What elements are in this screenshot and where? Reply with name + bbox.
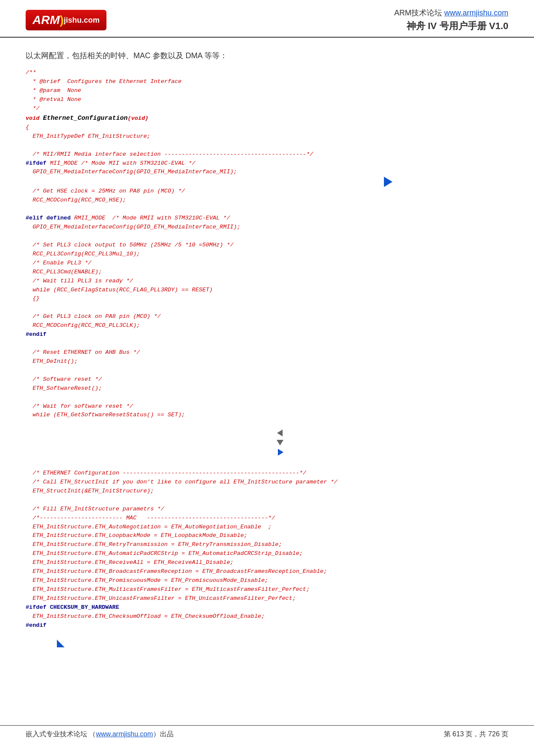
scroll-arrows-line xyxy=(26,421,508,468)
logo-arm-text: ARM xyxy=(32,13,60,27)
code-line: /** xyxy=(26,68,508,77)
code-line: { xyxy=(26,123,508,132)
arrow-right-icon xyxy=(278,449,283,456)
code-line xyxy=(26,141,508,150)
footer-left-end: ）出品 xyxy=(153,730,174,738)
site-url-line: ARM技术论坛 www.armjishu.com xyxy=(394,8,508,18)
code-line: /* Get HSE clock = 25MHz on PA8 pin (MCO… xyxy=(26,187,508,196)
page: ARM)jishu.com ARM技术论坛 www.armjishu.com 神… xyxy=(0,0,534,756)
header: ARM)jishu.com ARM技术论坛 www.armjishu.com 神… xyxy=(0,0,534,38)
logo-container: ARM)jishu.com xyxy=(26,10,106,30)
footer: 嵌入式专业技术论坛 （www.armjishu.com）出品 第 613 页，共… xyxy=(0,725,534,743)
code-line: RCC_PLL3Cmd(ENABLE); xyxy=(26,268,508,277)
arrow-left-icon xyxy=(277,430,283,436)
code-line: /* Enable PLL3 */ xyxy=(26,259,508,268)
code-line: ETH_InitStructure.ETH_PromiscuousMode = … xyxy=(26,576,508,585)
code-line: #endif xyxy=(26,621,508,630)
code-line: /* Fill ETH_InitStructure parametrs */ xyxy=(26,505,508,514)
code-line: ETH_InitStructure.ETH_AutomaticPadCRCStr… xyxy=(26,549,508,558)
code-line xyxy=(26,366,508,375)
code-line xyxy=(26,339,508,348)
code-line: /* Reset ETHERNET on AHB Bus */ xyxy=(26,348,508,357)
code-line: ETH_InitStructure.ETH_RetryTransmission … xyxy=(26,540,508,549)
site-url-link[interactable]: www.armjishu.com xyxy=(444,9,508,17)
code-line: while (RCC_GetFlagStatus(RCC_FLAG_PLL3RD… xyxy=(26,286,508,295)
code-block: /** * @brief Configures the Ethernet Int… xyxy=(26,68,508,660)
bottom-arrow-line xyxy=(26,631,508,660)
footer-left: 嵌入式专业技术论坛 （www.armjishu.com）出品 xyxy=(26,730,174,739)
code-line: RCC_MCOConfig(RCC_MCO_HSE); xyxy=(26,196,508,205)
code-line xyxy=(26,205,508,214)
code-line: void Ethernet_Configuration(void) xyxy=(26,113,508,123)
code-line: /* Call ETH_StructInit if you don't like… xyxy=(26,478,508,487)
book-title: 神舟 IV 号用户手册 V1.0 xyxy=(394,20,508,33)
logo-paren: ) xyxy=(60,13,64,27)
code-line: GPIO_ETH_MediaInterfaceConfig(GPIO_ETH_M… xyxy=(26,223,508,232)
code-line: ETH_InitStructure.ETH_MulticastFramesFil… xyxy=(26,585,508,594)
footer-left-text: 嵌入式专业技术论坛 （ xyxy=(26,730,96,738)
code-line: while (ETH_GetSoftwareResetStatus() == S… xyxy=(26,411,508,420)
code-line: #ifdef CHECKSUM_BY_HARDWARE xyxy=(26,603,508,612)
code-line: ETH_InitStructure.ETH_BroadcastFramesRec… xyxy=(26,567,508,576)
intro-text: 以太网配置，包括相关的时钟、MAC 参数以及 DMA 等等： xyxy=(26,50,508,61)
code-line: ETH_StructInit(&ETH_InitStructure); xyxy=(26,487,508,496)
code-line: ETH_InitStructure.ETH_UnicastFramesFilte… xyxy=(26,594,508,603)
code-line: /* Get PLL3 clock on PA8 pin (MCO) */ xyxy=(26,312,508,321)
code-line: ETH_InitStructure.ETH_LoopbackMode = ETH… xyxy=(26,531,508,540)
header-right: ARM技术论坛 www.armjishu.com 神舟 IV 号用户手册 V1.… xyxy=(394,8,508,33)
code-line xyxy=(26,232,508,241)
footer-right: 第 613 页，共 726 页 xyxy=(444,730,508,739)
code-line: #elif defined RMII_MODE /* Mode RMII wit… xyxy=(26,214,508,223)
code-line: /* ETHERNET Configuration --------------… xyxy=(26,469,508,478)
logo-jishu-com-text: jishu.com xyxy=(64,16,100,25)
corner-arrow-icon xyxy=(57,640,65,647)
code-line: /* MII/RMII Media interface selection --… xyxy=(26,150,508,159)
code-line: /* Software reset */ xyxy=(26,375,508,384)
arrow-down-icon xyxy=(277,440,283,445)
code-line: #ifdef MII_MODE /* Mode MII with STM3210… xyxy=(26,159,508,168)
logo: ARM)jishu.com xyxy=(26,10,106,30)
code-line: * @retval None xyxy=(26,95,508,104)
code-line xyxy=(26,496,508,505)
code-line: /* Wait for software reset */ xyxy=(26,402,508,411)
code-line: GPIO_ETH_MediaInterfaceConfig(GPIO_ETH_M… xyxy=(26,168,508,177)
code-line: /* Wait till PLL3 is ready */ xyxy=(26,277,508,286)
code-line xyxy=(26,303,508,312)
code-line: */ xyxy=(26,104,508,113)
code-line: /*------------------------ MAC ---------… xyxy=(26,514,508,523)
code-line: * @brief Configures the Ethernet Interfa… xyxy=(26,77,508,86)
code-line: RCC_PLL3Config(RCC_PLL3Mul_10); xyxy=(26,250,508,259)
code-line: ETH_InitStructure.ETH_ReceiveAll = ETH_R… xyxy=(26,558,508,567)
code-line: ETH_SoftwareReset(); xyxy=(26,384,508,393)
code-line: #endif xyxy=(26,330,508,339)
footer-url-link[interactable]: www.armjishu.com xyxy=(96,730,153,738)
code-line xyxy=(26,393,508,402)
code-line: /* Set PLL3 clock output to 50MHz (25MHz… xyxy=(26,241,508,250)
main-content: 以太网配置，包括相关的时钟、MAC 参数以及 DMA 等等： /** * @br… xyxy=(0,38,534,677)
code-line: {} xyxy=(26,294,508,303)
code-line xyxy=(26,177,508,187)
code-line: ETH_InitStructure.ETH_ChecksumOffload = … xyxy=(26,612,508,621)
code-line: RCC_MCOConfig(RCC_MCO_PLL3CLK); xyxy=(26,321,508,330)
code-line: ETH_InitTypeDef ETH_InitStructure; xyxy=(26,132,508,141)
site-prefix: ARM技术论坛 xyxy=(394,9,442,17)
code-line: * @param None xyxy=(26,86,508,95)
code-line: ETH_InitStructure.ETH_AutoNegotiation = … xyxy=(26,523,508,532)
code-line: ETH_DeInit(); xyxy=(26,357,508,366)
